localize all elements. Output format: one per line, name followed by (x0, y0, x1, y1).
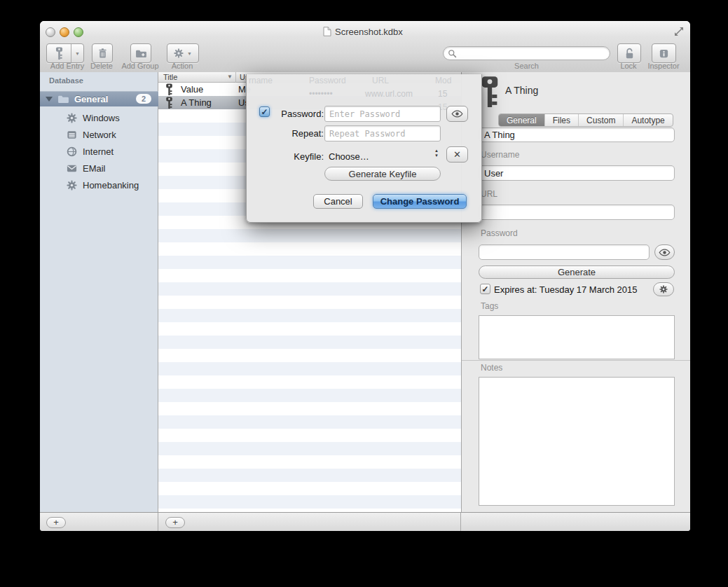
dialog-password-label: Password: (270, 109, 324, 119)
info-icon (659, 48, 669, 59)
stepper-down-icon: ▼ (434, 153, 439, 158)
disclosure-triangle-icon[interactable] (46, 97, 53, 102)
sidebar-item-label: Internet (83, 146, 114, 157)
notes-field[interactable] (479, 377, 675, 506)
envelope-icon (67, 163, 77, 174)
url-label: URL (481, 189, 497, 199)
inspector-entry-title: A Thing (505, 85, 538, 96)
entry-title: A Thing (181, 97, 237, 108)
tab-general[interactable]: General (499, 114, 545, 126)
sidebar-item-label: Homebanking (83, 180, 139, 191)
sidebar-item-email[interactable]: EMail (40, 160, 158, 177)
dialog-keyfile-label: Keyfile: (270, 151, 324, 162)
tab-custom[interactable]: Custom (579, 114, 624, 126)
ghost-row-password: •••••••• (309, 89, 333, 99)
ghost-row-url: www.url.com (365, 89, 413, 99)
pane-divider (158, 513, 158, 531)
add-entry-plus-button[interactable]: + (165, 517, 185, 528)
sidebar-item-internet[interactable]: Internet (40, 143, 158, 160)
key-icon (165, 97, 173, 109)
search-field[interactable] (443, 46, 610, 60)
eye-icon (659, 249, 671, 256)
inspector-label: Inspector (643, 62, 684, 71)
expires-label: Expires at: Tuesday 17 March 2015 (494, 284, 638, 295)
ghost-header-username: rname (249, 76, 273, 85)
document-icon (323, 27, 331, 36)
add-entry-label: Add Entry (46, 62, 88, 71)
password-field[interactable] (479, 244, 650, 260)
close-window-button[interactable] (46, 27, 55, 37)
group-count-badge: 2 (136, 94, 151, 104)
column-header-title[interactable]: Title (163, 73, 177, 81)
keyfile-stepper-icon[interactable]: ▲ ▼ (434, 149, 439, 158)
password-label: Password (481, 228, 518, 238)
url-field[interactable] (479, 205, 675, 220)
sidebar-group-general[interactable]: General 2 (40, 91, 158, 106)
expires-settings-button[interactable] (653, 282, 674, 296)
generate-keyfile-button[interactable]: Generate Keyfile (324, 167, 441, 181)
lock-button[interactable] (617, 43, 641, 63)
action-button[interactable]: ▼ (167, 43, 199, 63)
ghost-header-password: Password (309, 76, 346, 85)
tab-files[interactable]: Files (545, 114, 579, 126)
add-group-plus-button[interactable]: + (46, 517, 66, 528)
delete-button[interactable] (92, 43, 113, 63)
sidebar: Database General 2 Windows Network Inter… (40, 72, 158, 512)
tab-autotype[interactable]: Autotype (624, 114, 672, 126)
pane-divider (460, 513, 461, 531)
generate-password-button[interactable]: Generate (479, 265, 675, 279)
chevron-down-icon: ▼ (187, 51, 192, 56)
enter-password-input[interactable] (324, 106, 441, 122)
window-title-area: Screenshot.kdbx (323, 26, 403, 37)
globe-icon (67, 146, 77, 157)
key-icon (165, 83, 173, 95)
folder-plus-icon (135, 49, 147, 58)
title-field[interactable] (479, 127, 675, 142)
reveal-password-button[interactable] (446, 106, 468, 122)
window-chrome: Screenshot.kdbx ▼ Add Entry Delete Add G… (40, 21, 690, 73)
inspector-panel: A Thing General Files Custom Autotype Us… (461, 72, 690, 512)
notes-label: Notes (481, 363, 502, 373)
lock-open-icon (624, 48, 635, 60)
add-group-label: Add Group (119, 62, 161, 71)
folder-icon (57, 95, 69, 104)
ghost-row-modified: 15 (438, 89, 447, 99)
check-icon: ✓ (481, 285, 488, 294)
sidebar-item-windows[interactable]: Windows (40, 109, 158, 126)
change-password-button[interactable]: Change Password (373, 194, 467, 209)
sidebar-item-network[interactable]: Network (40, 126, 158, 143)
zoom-window-button[interactable] (74, 27, 83, 37)
entry-title: Value (181, 84, 237, 95)
tags-label: Tags (481, 301, 498, 311)
minimize-window-button[interactable] (60, 27, 69, 37)
lock-label: Lock (614, 62, 643, 71)
password-checkbox[interactable]: ✓ (259, 106, 270, 117)
section-divider (462, 360, 690, 361)
server-icon (67, 130, 77, 140)
username-field[interactable] (479, 165, 675, 181)
action-label: Action (167, 62, 198, 71)
column-divider[interactable] (235, 72, 236, 83)
fullscreen-icon[interactable] (674, 27, 684, 36)
repeat-password-input[interactable] (324, 125, 441, 141)
delete-label: Delete (88, 62, 116, 71)
add-group-button[interactable] (130, 43, 151, 63)
add-entry-dropdown[interactable]: ▼ (71, 44, 83, 62)
change-password-dialog: rname Password URL Mod •••••••• www.url.… (246, 74, 482, 223)
inspector-button[interactable] (652, 43, 676, 63)
sidebar-item-homebanking[interactable]: Homebanking (40, 177, 158, 193)
keyfile-popup[interactable]: Choose… (329, 151, 369, 162)
clear-keyfile-button[interactable]: ✕ (446, 146, 468, 163)
ghost-header-modified: Mod (435, 76, 451, 85)
cancel-button[interactable]: Cancel (313, 194, 363, 209)
tags-field[interactable] (479, 315, 675, 359)
expires-checkbox[interactable]: ✓ (480, 284, 490, 294)
stepper-up-icon: ▲ (434, 149, 439, 153)
show-password-button[interactable] (654, 244, 675, 260)
key-icon (47, 47, 71, 60)
add-entry-button[interactable]: ▼ (46, 43, 84, 63)
search-input[interactable] (460, 48, 605, 59)
gear-icon (174, 48, 184, 58)
close-x-icon: ✕ (453, 149, 461, 160)
chevron-down-icon: ▼ (75, 51, 80, 56)
